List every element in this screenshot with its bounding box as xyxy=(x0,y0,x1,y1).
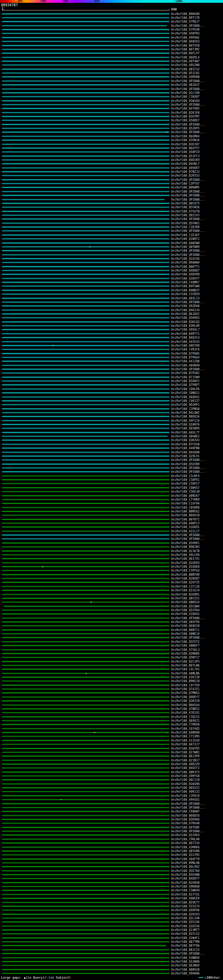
alignment-bar[interactable] xyxy=(2,317,169,318)
alignment-bar[interactable] xyxy=(2,14,169,14)
subject-label[interactable]: UniRef100_B3KCQ3 xyxy=(171,320,200,323)
alignment-bar[interactable] xyxy=(2,649,169,650)
subject-label[interactable]: UniRef100_C4R3C6 xyxy=(171,348,200,351)
subject-label[interactable]: UniRef100_Q7MWG2 xyxy=(171,692,200,695)
subject-label[interactable]: UniRef100_Q01CS2 xyxy=(171,67,200,71)
subject-label[interactable]: UniRef100_Q0CS51 xyxy=(171,597,200,600)
alignment-bar[interactable] xyxy=(2,29,169,30)
alignment-bar[interactable] xyxy=(2,203,169,204)
subject-label[interactable]: UniRef100_C4L7V2 xyxy=(171,668,200,671)
alignment-bar[interactable] xyxy=(2,460,169,460)
subject-label[interactable]: UniRef100_Q92HP1 xyxy=(171,403,200,406)
subject-label[interactable]: UniRef100_B4GNL7 xyxy=(171,162,200,165)
alignment-bar[interactable] xyxy=(2,878,169,879)
alignment-bar[interactable] xyxy=(2,231,169,231)
subject-label[interactable]: UniRef100_Q0TWB9 xyxy=(171,245,200,248)
alignment-bar[interactable] xyxy=(2,625,169,626)
subject-label[interactable]: UniRef100_Q9V6R7 xyxy=(171,166,200,169)
subject-label[interactable]: UniRef100_Q2L340 xyxy=(171,916,200,920)
subject-label[interactable]: UniRef100_B4UCF2 xyxy=(171,767,200,770)
alignment-bar[interactable] xyxy=(2,440,169,441)
alignment-bar[interactable] xyxy=(2,637,169,638)
subject-label[interactable]: UniRef100_B4P1W8 xyxy=(171,285,200,288)
subject-label[interactable]: UniRef100_UPI000... xyxy=(171,194,205,197)
subject-label[interactable]: UniRef100_B2C3P5 xyxy=(171,660,200,663)
subject-label[interactable]: UniRef100_Q7P6W5 xyxy=(171,352,200,355)
subject-label[interactable]: UniRef100_A6WCE9 xyxy=(171,897,200,900)
subject-label[interactable]: UniRef100_A1CLI7 xyxy=(171,530,200,533)
alignment-bar[interactable] xyxy=(2,468,169,468)
alignment-bar[interactable] xyxy=(2,815,169,816)
subject-label[interactable]: UniRef100_C5KE30 xyxy=(171,490,200,493)
alignment-bar[interactable] xyxy=(2,784,169,784)
alignment-bar[interactable] xyxy=(2,41,169,42)
alignment-bar[interactable] xyxy=(2,163,169,164)
alignment-bar[interactable] xyxy=(2,807,169,808)
alignment-bar[interactable] xyxy=(2,969,169,970)
alignment-bar[interactable] xyxy=(2,523,169,523)
subject-label[interactable]: UniRef100_Q392U3 xyxy=(171,913,200,916)
subject-label[interactable]: UniRef100_A5BYR3 xyxy=(171,32,200,35)
alignment-bar[interactable] xyxy=(2,653,169,654)
subject-label[interactable]: UniRef100_UPI000... xyxy=(171,190,205,193)
alignment-bar[interactable] xyxy=(2,183,169,184)
alignment-bar[interactable] xyxy=(2,661,169,662)
subject-label[interactable]: UniRef100_C6Y4Q5 xyxy=(171,727,200,730)
subject-label[interactable]: UniRef100_B9KE10 xyxy=(171,679,200,683)
alignment-bar[interactable] xyxy=(2,432,169,433)
subject-label[interactable]: UniRef100_B5VET7 xyxy=(171,901,200,904)
alignment-bar[interactable] xyxy=(2,76,169,77)
subject-label[interactable]: UniRef100_Q921V3 xyxy=(171,214,200,217)
alignment-bar[interactable] xyxy=(2,854,169,855)
alignment-bar[interactable] xyxy=(2,503,169,504)
subject-label[interactable]: UniRef100_Q4W5W0 xyxy=(171,241,200,244)
alignment-bar[interactable] xyxy=(2,365,169,366)
subject-label[interactable]: UniRef100_B6T450 xyxy=(171,44,200,47)
subject-label[interactable]: UniRef100_B8JC53 xyxy=(171,948,200,951)
subject-label[interactable]: UniRef100_Q3KZU3 xyxy=(171,439,200,442)
subject-label[interactable]: UniRef100_Q9ZLI3 xyxy=(171,296,200,300)
subject-label[interactable]: UniRef100_B87FD6 xyxy=(171,944,200,947)
alignment-bar[interactable] xyxy=(2,156,169,156)
subject-label[interactable]: UniRef100_Q5U5B9 xyxy=(171,462,200,466)
alignment-bar[interactable] xyxy=(2,578,169,579)
subject-label[interactable]: UniRef100_C5FB59 xyxy=(171,293,200,296)
alignment-bar[interactable] xyxy=(2,321,169,322)
alignment-bar[interactable] xyxy=(2,835,169,835)
alignment-bar[interactable] xyxy=(2,859,169,859)
subject-label[interactable]: UniRef100_C7RRV0 xyxy=(171,723,200,726)
subject-label[interactable]: UniRef100_Q8W2G4 xyxy=(171,601,200,604)
subject-label[interactable]: UniRef100_A9PGW1 xyxy=(171,36,200,39)
alignment-bar[interactable] xyxy=(2,898,169,899)
subject-label[interactable]: UniRef100_Q6T334 xyxy=(171,842,200,845)
alignment-bar[interactable] xyxy=(2,744,169,745)
subject-label[interactable]: UniRef100_B8BT11 xyxy=(171,628,200,631)
subject-label[interactable]: UniRef100_Q2UY35 xyxy=(171,581,200,584)
alignment-bar[interactable] xyxy=(2,167,169,168)
subject-label[interactable]: UniRef100_A3RKK6 xyxy=(171,845,200,849)
subject-label[interactable]: UniRef100_UPI000... xyxy=(171,616,205,619)
subject-label[interactable]: UniRef100_Q473J7 xyxy=(171,743,200,746)
alignment-bar[interactable] xyxy=(2,582,169,583)
alignment-bar[interactable] xyxy=(2,527,169,527)
subject-label[interactable]: UniRef100_Q1EDE0 xyxy=(171,565,200,568)
subject-label[interactable]: UniRef100_A7K191 xyxy=(171,711,200,714)
alignment-bar[interactable] xyxy=(2,353,169,354)
alignment-bar[interactable] xyxy=(2,349,169,350)
alignment-bar[interactable] xyxy=(2,175,169,176)
alignment-bar[interactable] xyxy=(2,456,169,457)
subject-label[interactable]: UniRef100_A6UFY9 xyxy=(171,857,200,861)
subject-label[interactable]: UniRef100_A0NLN6 xyxy=(171,671,200,675)
subject-label[interactable]: UniRef100_B6Q410 xyxy=(171,514,200,517)
alignment-bar[interactable] xyxy=(2,708,169,709)
subject-label[interactable]: UniRef100_C1BJB9 xyxy=(171,226,200,229)
alignment-bar[interactable] xyxy=(2,542,169,543)
subject-label[interactable]: UniRef100_C4QMK7 xyxy=(171,281,200,284)
alignment-bar[interactable] xyxy=(2,645,169,646)
alignment-bar[interactable] xyxy=(2,61,169,62)
subject-label[interactable]: UniRef100_B9T178 xyxy=(171,16,200,19)
alignment-bar[interactable] xyxy=(2,278,169,279)
alignment-bar[interactable] xyxy=(2,325,169,326)
alignment-bar[interactable] xyxy=(2,444,169,445)
subject-label[interactable]: UniRef100_B3RLH9 xyxy=(171,325,200,328)
